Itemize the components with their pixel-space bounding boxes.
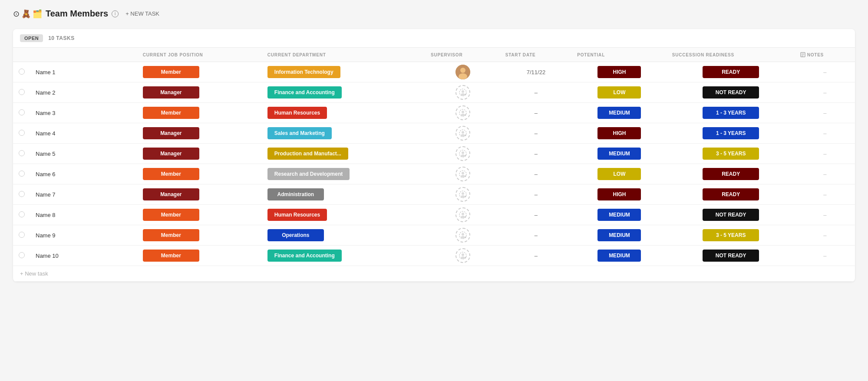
succession-badge[interactable]: NOT READY <box>703 209 759 221</box>
potential-badge[interactable]: HIGH <box>597 127 641 139</box>
position-badge[interactable]: Manager <box>143 188 199 200</box>
svg-text:+: + <box>465 113 467 117</box>
position-badge[interactable]: Member <box>143 250 199 262</box>
row-checkbox-cell <box>13 144 30 164</box>
position-badge[interactable]: Member <box>143 229 199 241</box>
row-department: Production and Manufact... <box>262 144 426 164</box>
add-supervisor-button[interactable]: + <box>455 207 470 222</box>
succession-badge[interactable]: 1 - 3 YEARS <box>703 127 759 139</box>
row-checkbox[interactable] <box>19 69 25 75</box>
info-icon[interactable]: i <box>112 10 119 17</box>
department-badge[interactable]: Sales and Marketing <box>267 127 332 139</box>
row-department: Sales and Marketing <box>262 123 426 144</box>
row-notes: – <box>795 246 855 266</box>
header-icons: ⊙ 🧸 🗂️ <box>13 9 42 19</box>
row-notes: – <box>795 184 855 205</box>
department-badge[interactable]: Human Resources <box>267 209 327 221</box>
svg-point-28 <box>462 192 464 195</box>
position-badge[interactable]: Manager <box>143 86 199 99</box>
potential-badge[interactable]: MEDIUM <box>597 107 641 119</box>
row-potential: LOW <box>572 164 667 184</box>
position-badge[interactable]: Manager <box>143 127 199 139</box>
potential-badge[interactable]: MEDIUM <box>597 250 641 262</box>
add-supervisor-button[interactable]: + <box>455 105 470 120</box>
table-row: Name 2ManagerFinance and Accounting+–LOW… <box>13 82 855 103</box>
potential-badge[interactable]: MEDIUM <box>597 148 641 160</box>
row-position: Manager <box>138 184 262 205</box>
add-supervisor-button[interactable]: + <box>455 248 470 263</box>
table-row: Name 3MemberHuman Resources+–MEDIUM1 - 3… <box>13 103 855 123</box>
add-supervisor-button[interactable]: + <box>455 85 470 100</box>
add-supervisor-button[interactable]: + <box>455 146 470 161</box>
svg-point-6 <box>459 73 467 79</box>
row-checkbox[interactable] <box>19 252 25 258</box>
row-name: Name 7 <box>30 184 138 205</box>
succession-badge[interactable]: READY <box>703 66 759 78</box>
department-badge[interactable]: Human Resources <box>267 107 327 119</box>
potential-badge[interactable]: MEDIUM <box>597 229 641 241</box>
row-start-date: – <box>500 103 572 123</box>
row-succession: 1 - 3 YEARS <box>667 103 795 123</box>
succession-badge[interactable]: READY <box>703 168 759 180</box>
row-checkbox-cell <box>13 164 30 184</box>
row-supervisor: + <box>426 205 500 225</box>
potential-badge[interactable]: HIGH <box>597 188 641 200</box>
row-succession: READY <box>667 164 795 184</box>
department-badge[interactable]: Operations <box>267 229 324 241</box>
row-checkbox[interactable] <box>19 191 25 197</box>
row-checkbox[interactable] <box>19 150 25 156</box>
position-badge[interactable]: Member <box>143 209 199 221</box>
row-checkbox[interactable] <box>19 171 25 177</box>
row-notes: – <box>795 225 855 246</box>
position-badge[interactable]: Member <box>143 168 199 180</box>
row-checkbox[interactable] <box>19 130 25 136</box>
row-checkbox[interactable] <box>19 109 25 115</box>
succession-badge[interactable]: NOT READY <box>703 250 759 262</box>
position-badge[interactable]: Member <box>143 107 199 119</box>
add-supervisor-button[interactable]: + <box>455 126 470 141</box>
row-checkbox-cell <box>13 205 30 225</box>
row-name: Name 10 <box>30 246 138 266</box>
new-task-header-button[interactable]: + NEW TASK <box>122 9 163 19</box>
add-supervisor-button[interactable]: + <box>455 167 470 181</box>
row-checkbox[interactable] <box>19 211 25 217</box>
department-badge[interactable]: Administration <box>267 188 324 200</box>
succession-badge[interactable]: READY <box>703 188 759 200</box>
position-badge[interactable]: Member <box>143 66 199 78</box>
row-succession: NOT READY <box>667 205 795 225</box>
department-badge[interactable]: Finance and Accounting <box>267 250 342 262</box>
potential-badge[interactable]: MEDIUM <box>597 209 641 221</box>
row-checkbox-cell <box>13 62 30 82</box>
potential-badge[interactable]: LOW <box>597 86 641 99</box>
notes-icon <box>800 52 805 57</box>
page-title: Team Members <box>46 9 108 19</box>
department-badge[interactable]: Research and Development <box>267 168 350 180</box>
potential-badge[interactable]: HIGH <box>597 66 641 78</box>
row-supervisor <box>426 62 500 82</box>
row-position: Manager <box>138 82 262 103</box>
row-department: Research and Development <box>262 164 426 184</box>
position-badge[interactable]: Manager <box>143 148 199 160</box>
succession-badge[interactable]: 3 - 5 YEARS <box>703 229 759 241</box>
potential-badge[interactable]: LOW <box>597 168 641 180</box>
row-start-date: – <box>500 184 572 205</box>
row-succession: NOT READY <box>667 246 795 266</box>
row-potential: MEDIUM <box>572 225 667 246</box>
new-task-row[interactable]: + New task <box>13 266 855 282</box>
succession-badge[interactable]: 3 - 5 YEARS <box>703 148 759 160</box>
department-badge[interactable]: Information Technology <box>267 66 340 78</box>
row-checkbox[interactable] <box>19 232 25 238</box>
department-badge[interactable]: Production and Manufact... <box>267 148 348 160</box>
succession-badge[interactable]: NOT READY <box>703 86 759 99</box>
department-badge[interactable]: Finance and Accounting <box>267 86 342 99</box>
row-supervisor: + <box>426 164 500 184</box>
row-supervisor: + <box>426 144 500 164</box>
add-supervisor-button[interactable]: + <box>455 228 470 243</box>
add-supervisor-button[interactable]: + <box>455 187 470 202</box>
row-potential: HIGH <box>572 184 667 205</box>
row-checkbox[interactable] <box>19 89 25 95</box>
succession-badge[interactable]: 1 - 3 YEARS <box>703 107 759 119</box>
svg-text:+: + <box>465 194 467 198</box>
svg-point-24 <box>462 172 464 174</box>
new-task-label[interactable]: + New task <box>13 266 855 282</box>
